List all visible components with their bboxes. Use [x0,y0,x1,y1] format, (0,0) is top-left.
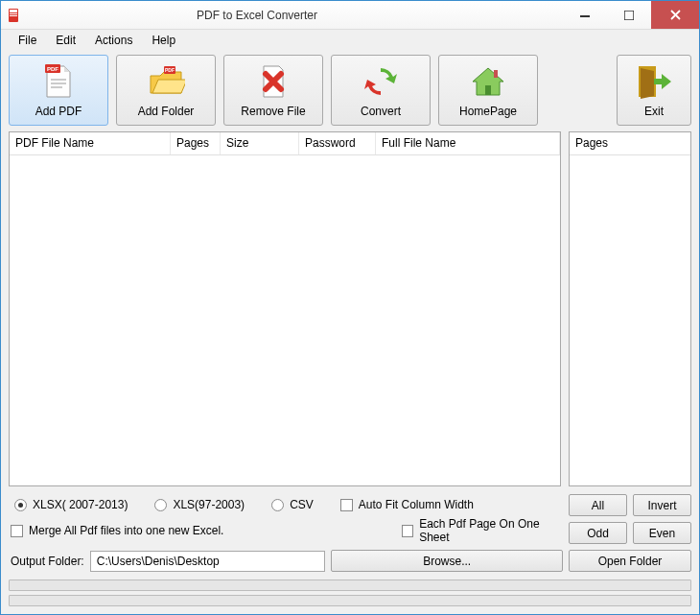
radio-xls[interactable]: XLS(97-2003) [154,498,245,511]
svg-rect-11 [494,70,498,78]
radio-csv[interactable]: CSV [271,498,314,511]
radio-icon [271,499,284,511]
menu-file[interactable]: File [9,32,46,49]
svg-rect-10 [485,85,491,95]
checkbox-icon [402,525,413,537]
checkbox-merge[interactable]: Merge All Pdf files into one new Excel. [11,524,375,537]
svg-rect-3 [10,15,17,16]
col-size[interactable]: Size [221,132,299,154]
col-password[interactable]: Password [299,132,376,154]
add-folder-label: Add Folder [138,105,195,118]
bottom-panel: XLSX( 2007-2013) XLS(97-2003) CSV Auto F… [1,494,699,548]
convert-icon [362,62,400,101]
col-pdf-file-name[interactable]: PDF File Name [10,132,171,154]
add-folder-button[interactable]: PDF Add Folder [116,55,216,126]
window: PDF to Excel Converter File Edit Actions… [0,0,700,615]
homepage-button[interactable]: HomePage [438,55,538,126]
file-list-body[interactable] [10,155,560,485]
invert-button[interactable]: Invert [633,494,691,516]
col-full-file-name[interactable]: Full File Name [376,132,560,154]
homepage-label: HomePage [459,105,517,118]
toolbar: PDF Add PDF PDF Add Folder Remove File C… [1,51,699,131]
remove-icon [254,62,292,101]
exit-label: Exit [644,105,664,118]
svg-rect-4 [580,15,590,17]
output-row: Output Folder: Browse... Open Folder [1,548,699,576]
remove-file-label: Remove File [241,105,305,118]
minimize-button[interactable] [563,1,607,29]
options-panel: XLSX( 2007-2013) XLS(97-2003) CSV Auto F… [9,498,561,544]
checkbox-each-page[interactable]: Each Pdf Page On One Sheet [402,517,561,544]
col-pages-panel[interactable]: Pages [570,132,690,154]
close-button[interactable] [651,1,699,29]
app-icon [7,8,22,23]
radio-xlsx[interactable]: XLSX( 2007-2013) [14,498,128,511]
home-icon [469,62,507,101]
checkbox-autofit[interactable]: Auto Fit Column Width [340,498,474,511]
convert-button[interactable]: Convert [331,55,431,126]
odd-button[interactable]: Odd [569,522,627,544]
file-list[interactable]: PDF File Name Pages Size Password Full F… [9,131,561,486]
svg-rect-5 [624,11,634,20]
radio-icon [154,499,167,511]
output-folder-label: Output Folder: [11,555,84,568]
titlebar: PDF to Excel Converter [1,1,699,30]
checkbox-icon [11,525,23,537]
progress-bar-2 [9,595,691,606]
main-area: PDF File Name Pages Size Password Full F… [1,131,699,494]
all-button[interactable]: All [569,494,627,516]
window-title: PDF to Excel Converter [28,9,563,22]
menubar: File Edit Actions Help [1,30,699,51]
menu-actions[interactable]: Actions [85,32,142,49]
remove-file-button[interactable]: Remove File [223,55,323,126]
convert-label: Convert [361,105,401,118]
svg-rect-1 [10,10,17,12]
add-pdf-button[interactable]: PDF Add PDF [9,55,108,126]
menu-help[interactable]: Help [142,32,185,49]
exit-button[interactable]: Exit [617,55,691,126]
file-list-headers: PDF File Name Pages Size Password Full F… [10,132,560,155]
svg-text:PDF: PDF [165,67,175,73]
even-button[interactable]: Even [633,522,691,544]
page-select-buttons: All Invert Odd Even [569,494,691,544]
col-pages[interactable]: Pages [171,132,221,154]
svg-text:PDF: PDF [47,66,58,72]
pages-list-body[interactable] [570,155,690,485]
radio-icon [14,499,27,511]
menu-edit[interactable]: Edit [46,32,85,49]
progress-bar-1 [9,580,691,591]
svg-rect-2 [10,13,17,14]
exit-icon [635,62,673,101]
pdf-icon: PDF [39,62,78,101]
checkbox-icon [340,499,353,511]
pages-list[interactable]: Pages [569,131,691,486]
browse-button[interactable]: Browse... [331,550,563,572]
open-folder-button[interactable]: Open Folder [569,550,691,572]
progress-area [1,576,699,614]
pages-list-headers: Pages [570,132,690,155]
add-pdf-label: Add PDF [35,105,82,118]
output-folder-input[interactable] [90,551,326,572]
maximize-button[interactable] [607,1,651,29]
window-buttons [563,1,699,29]
folder-icon: PDF [147,62,185,101]
